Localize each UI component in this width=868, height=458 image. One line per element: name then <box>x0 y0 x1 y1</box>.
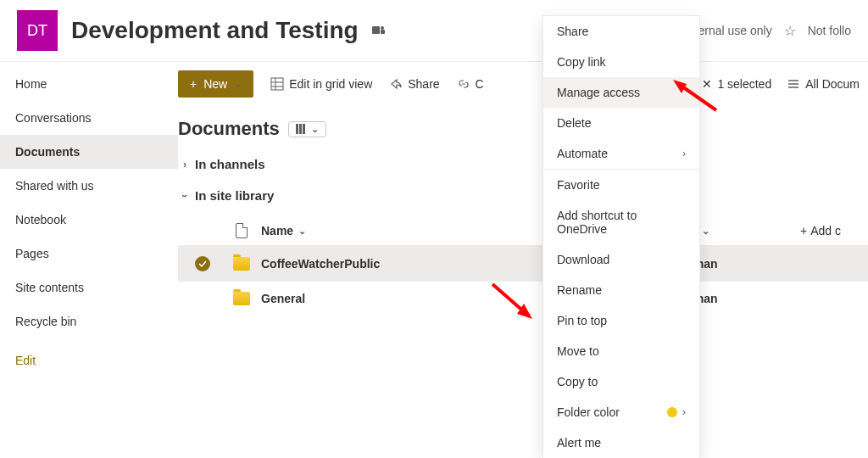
menu-alert[interactable]: Alert me <box>543 427 699 458</box>
menu-rename[interactable]: Rename <box>543 275 699 305</box>
sidebar-item-home[interactable]: Home <box>0 67 178 101</box>
view-label: All Docum <box>805 77 860 91</box>
check-icon[interactable] <box>195 256 210 271</box>
menu-manage-access[interactable]: Manage access <box>543 77 699 108</box>
menu-copy[interactable]: Copy to <box>543 366 699 397</box>
sidebar-item-notebook[interactable]: Notebook <box>0 203 178 237</box>
new-label: New <box>203 77 227 91</box>
menu-folder-color[interactable]: Folder color› <box>543 397 699 427</box>
chevron-down-icon: › <box>179 194 191 198</box>
svg-rect-12 <box>303 124 305 134</box>
view-selector[interactable]: All Docum <box>787 77 860 91</box>
share-icon <box>389 77 403 91</box>
menu-delete[interactable]: Delete <box>543 108 699 138</box>
page-title: Documents ⌄ <box>178 106 868 148</box>
menu-share[interactable]: Share <box>543 16 699 47</box>
svg-rect-0 <box>372 26 380 34</box>
chevron-down-icon: ⌄ <box>311 124 319 135</box>
svg-rect-3 <box>271 78 283 90</box>
close-icon[interactable]: ✕ <box>702 77 712 91</box>
chevron-right-icon: › <box>682 148 686 159</box>
folder-icon <box>233 292 250 305</box>
folder-icon <box>233 257 250 271</box>
teams-icon[interactable] <box>372 24 386 37</box>
edit-grid-button[interactable]: Edit in grid view <box>270 77 372 91</box>
sidebar-item-recycle-bin[interactable]: Recycle bin <box>0 304 178 338</box>
site-header: DT Development and Testing Internal use … <box>0 0 868 61</box>
selected-label: 1 selected <box>717 77 771 91</box>
menu-copy-link[interactable]: Copy link <box>543 47 699 77</box>
share-button[interactable]: Share <box>389 77 439 91</box>
avatar: DT <box>17 10 58 51</box>
sidebar-item-site-contents[interactable]: Site contents <box>0 271 178 304</box>
selection-count[interactable]: ✕ 1 selected <box>702 77 771 91</box>
section-library-label: In site library <box>195 188 274 203</box>
share-label: Share <box>408 77 439 91</box>
context-menu: Share Copy link Manage access Delete Aut… <box>542 15 700 458</box>
main-content: + New ⌄ Edit in grid view Share C ✕ 1 se… <box>178 62 868 458</box>
follow-label[interactable]: Not follo <box>808 24 851 37</box>
toolbar: + New ⌄ Edit in grid view Share C ✕ 1 se… <box>178 62 868 106</box>
chevron-down-icon: ⌄ <box>234 79 242 90</box>
menu-download[interactable]: Download <box>543 244 699 275</box>
view-switch[interactable]: ⌄ <box>288 121 326 137</box>
list-icon <box>787 77 800 91</box>
add-col-label: Add c <box>810 224 841 237</box>
column-headers: Name ⌄ odified By ⌄ + Add c <box>178 211 868 246</box>
chevron-right-icon: › <box>183 159 186 170</box>
menu-add-shortcut[interactable]: Add shortcut to OneDrive <box>543 200 699 244</box>
copy-link-button[interactable]: C <box>457 77 484 91</box>
table-row[interactable]: General iik Karl-Johan <box>178 282 868 316</box>
link-icon <box>457 77 470 91</box>
plus-icon: + <box>190 77 197 91</box>
section-channels[interactable]: › In channels <box>178 148 868 180</box>
new-button[interactable]: + New ⌄ <box>178 70 253 98</box>
svg-rect-11 <box>299 124 302 134</box>
site-title[interactable]: Development and Testing <box>71 17 359 44</box>
sidebar-item-conversations[interactable]: Conversations <box>0 101 178 135</box>
copy-link-label: C <box>476 77 484 91</box>
svg-rect-10 <box>296 124 298 134</box>
item-name[interactable]: CoffeeWatcherPublic <box>261 257 380 271</box>
file-type-icon[interactable] <box>236 223 248 238</box>
sidebar-item-pages[interactable]: Pages <box>0 237 178 271</box>
plus-icon: + <box>800 224 807 237</box>
color-dot-icon <box>667 407 677 417</box>
section-channels-label: In channels <box>195 157 265 171</box>
menu-favorite[interactable]: Favorite <box>543 170 699 200</box>
menu-automate[interactable]: Automate› <box>543 138 699 169</box>
sidebar-item-shared[interactable]: Shared with us <box>0 169 178 203</box>
edit-grid-label: Edit in grid view <box>289 77 372 91</box>
item-name[interactable]: General <box>261 292 305 305</box>
add-column[interactable]: + Add c <box>800 224 868 237</box>
col-name-label: Name <box>261 224 293 237</box>
table-row[interactable]: CoffeeWatcherPublic ⋯ iik Karl-Johan <box>178 246 868 282</box>
chevron-down-icon: ⌄ <box>298 226 306 237</box>
tiles-icon <box>296 124 308 134</box>
chevron-down-icon: ⌄ <box>702 226 709 237</box>
menu-move[interactable]: Move to <box>543 336 699 366</box>
chevron-right-icon: › <box>682 406 686 418</box>
sidebar-item-documents[interactable]: Documents <box>0 135 178 169</box>
page-title-text: Documents <box>178 118 280 140</box>
menu-pin[interactable]: Pin to top <box>543 305 699 336</box>
sidebar: Home Conversations Documents Shared with… <box>0 62 178 458</box>
grid-icon <box>270 77 284 91</box>
sidebar-edit[interactable]: Edit <box>0 344 178 377</box>
section-library[interactable]: › In site library <box>178 180 868 211</box>
svg-point-1 <box>381 26 384 30</box>
svg-rect-2 <box>381 30 385 34</box>
star-icon[interactable]: ☆ <box>784 23 796 39</box>
